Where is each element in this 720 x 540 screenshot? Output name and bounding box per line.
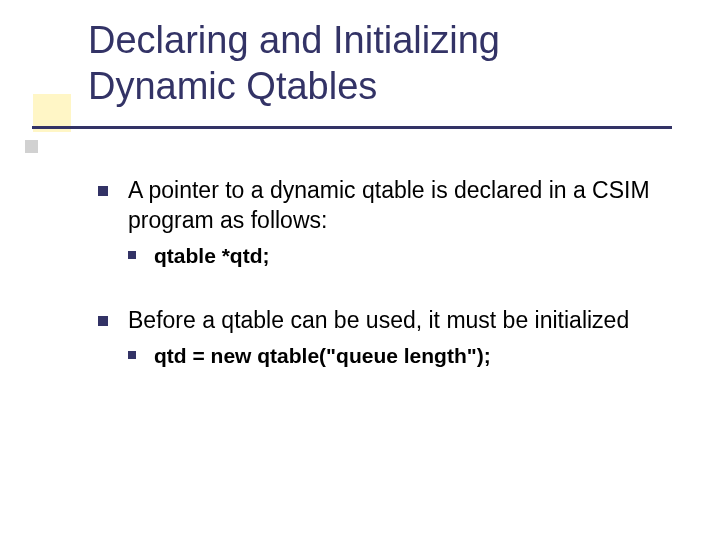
slide: Declaring and Initializing Dynamic Qtabl…	[0, 0, 720, 540]
spacer	[98, 270, 678, 306]
decoration-square-small	[25, 140, 38, 153]
bullet-2-sub: qtd = new qtable("queue length");	[128, 342, 678, 370]
title-underline	[32, 126, 672, 129]
bullet-2-sub-text: qtd = new qtable("queue length");	[154, 344, 491, 367]
bullet-2: Before a qtable can be used, it must be …	[98, 306, 678, 336]
slide-title-line2: Dynamic Qtables	[88, 64, 500, 110]
bullet-1-sub-text: qtable *qtd;	[154, 244, 270, 267]
content-area: A pointer to a dynamic qtable is declare…	[98, 176, 678, 370]
bullet-1-sub: qtable *qtd;	[128, 242, 678, 270]
slide-title-line1: Declaring and Initializing	[88, 18, 500, 64]
title-block: Declaring and Initializing Dynamic Qtabl…	[88, 18, 500, 109]
bullet-2-text: Before a qtable can be used, it must be …	[128, 307, 629, 333]
bullet-1-text: A pointer to a dynamic qtable is declare…	[128, 177, 650, 233]
bullet-1: A pointer to a dynamic qtable is declare…	[98, 176, 678, 236]
